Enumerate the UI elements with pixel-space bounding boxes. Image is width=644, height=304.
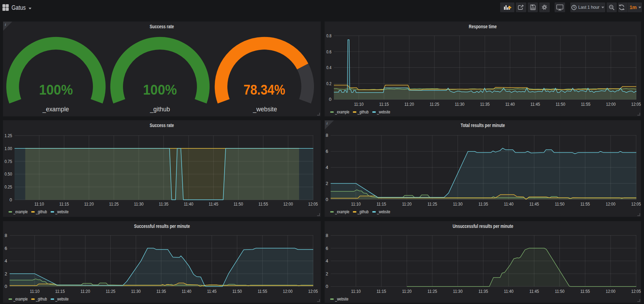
- svg-text:11:40: 11:40: [505, 102, 515, 107]
- svg-text:11:25: 11:25: [427, 201, 437, 207]
- svg-text:0.4: 0.4: [327, 65, 332, 70]
- svg-text:11:20: 11:20: [402, 201, 412, 207]
- svg-text:11:40: 11:40: [504, 289, 514, 294]
- svg-text:0: 0: [9, 197, 12, 202]
- svg-text:11:10: 11:10: [351, 289, 361, 294]
- svg-text:11:50: 11:50: [555, 201, 565, 207]
- svg-text:11:35: 11:35: [478, 289, 488, 294]
- svg-text:1.00: 1.00: [5, 146, 12, 151]
- svg-text:11:35: 11:35: [478, 201, 488, 207]
- svg-text:11:30: 11:30: [455, 102, 464, 107]
- svg-text:11:50: 11:50: [234, 201, 243, 207]
- svg-text:11:25: 11:25: [106, 289, 116, 294]
- svg-text:0: 0: [5, 284, 7, 289]
- svg-text:0.6: 0.6: [327, 49, 332, 54]
- svg-text:11:55: 11:55: [580, 201, 590, 207]
- svg-text:_website: _website: [55, 209, 69, 214]
- svg-text:0.50: 0.50: [5, 171, 12, 177]
- svg-text:4: 4: [5, 258, 7, 264]
- svg-text:4: 4: [326, 258, 328, 264]
- svg-text:12:05: 12:05: [631, 102, 641, 107]
- svg-text:2: 2: [326, 181, 328, 186]
- svg-text:11:30: 11:30: [134, 201, 144, 207]
- svg-text:_website: _website: [335, 297, 349, 302]
- svg-text:11:15: 11:15: [55, 289, 65, 294]
- svg-text:12:05: 12:05: [631, 289, 641, 294]
- svg-text:11:25: 11:25: [109, 201, 119, 207]
- svg-text:11:45: 11:45: [529, 289, 539, 294]
- svg-text:11:45: 11:45: [530, 102, 540, 107]
- svg-text:0: 0: [329, 97, 331, 102]
- svg-text:11:15: 11:15: [379, 102, 389, 107]
- svg-text:11:10: 11:10: [354, 102, 364, 107]
- svg-text:11:20: 11:20: [402, 289, 412, 294]
- svg-text:11:50: 11:50: [232, 289, 242, 294]
- svg-text:0: 0: [326, 197, 328, 202]
- svg-text:_github: _github: [149, 106, 170, 113]
- svg-text:4: 4: [326, 165, 328, 170]
- svg-text:_website: _website: [253, 106, 277, 113]
- svg-text:_example: _example: [335, 110, 350, 114]
- svg-text:_github: _github: [36, 297, 47, 302]
- svg-text:_github: _github: [357, 110, 369, 114]
- svg-text:11:10: 11:10: [30, 289, 39, 294]
- svg-text:11:45: 11:45: [529, 201, 539, 207]
- svg-text:6: 6: [5, 246, 7, 251]
- svg-text:11:15: 11:15: [59, 201, 69, 207]
- svg-text:11:10: 11:10: [351, 201, 361, 207]
- svg-text:6: 6: [326, 246, 328, 251]
- svg-text:2: 2: [326, 271, 328, 276]
- svg-text:_website: _website: [377, 209, 390, 214]
- svg-text:_example: _example: [13, 297, 28, 302]
- svg-text:_example: _example: [42, 106, 69, 113]
- svg-text:11:40: 11:40: [182, 289, 191, 294]
- svg-text:_website: _website: [55, 297, 69, 302]
- svg-text:11:25: 11:25: [427, 289, 437, 294]
- svg-text:8: 8: [326, 133, 328, 138]
- svg-text:11:40: 11:40: [504, 201, 514, 207]
- svg-text:11:55: 11:55: [580, 289, 590, 294]
- svg-text:_github: _github: [357, 209, 369, 214]
- svg-text:0.8: 0.8: [327, 33, 332, 38]
- svg-text:12:00: 12:00: [283, 289, 293, 294]
- svg-text:11:30: 11:30: [453, 201, 463, 207]
- svg-text:11:40: 11:40: [184, 201, 193, 207]
- svg-text:0: 0: [326, 284, 328, 289]
- svg-text:11:35: 11:35: [480, 102, 490, 107]
- svg-text:12:00: 12:00: [283, 201, 293, 207]
- svg-text:12:05: 12:05: [308, 289, 318, 294]
- svg-text:_github: _github: [36, 209, 47, 214]
- svg-text:8: 8: [326, 233, 328, 238]
- svg-text:100%: 100%: [39, 82, 73, 98]
- svg-text:11:35: 11:35: [159, 201, 169, 207]
- svg-text:11:15: 11:15: [376, 289, 386, 294]
- svg-text:12:00: 12:00: [606, 102, 616, 107]
- svg-text:11:30: 11:30: [453, 289, 463, 294]
- svg-text:78.34%: 78.34%: [243, 82, 285, 98]
- svg-text:11:55: 11:55: [581, 102, 591, 107]
- svg-text:0.25: 0.25: [5, 184, 12, 190]
- svg-text:11:45: 11:45: [208, 201, 218, 207]
- svg-text:11:45: 11:45: [207, 289, 217, 294]
- svg-text:12:00: 12:00: [606, 201, 616, 207]
- svg-text:12:05: 12:05: [631, 201, 641, 207]
- svg-text:_website: _website: [377, 110, 390, 114]
- svg-text:11:25: 11:25: [430, 102, 439, 107]
- svg-text:11:50: 11:50: [555, 289, 565, 294]
- svg-text:2: 2: [5, 271, 7, 276]
- svg-text:8: 8: [5, 233, 7, 238]
- svg-text:1.25: 1.25: [5, 133, 12, 138]
- svg-text:_example: _example: [335, 209, 350, 214]
- svg-text:12:00: 12:00: [606, 289, 616, 294]
- svg-text:11:35: 11:35: [156, 289, 166, 294]
- svg-text:11:20: 11:20: [404, 102, 414, 107]
- svg-text:11:50: 11:50: [556, 102, 565, 107]
- svg-text:11:20: 11:20: [84, 201, 94, 207]
- svg-text:11:30: 11:30: [131, 289, 141, 294]
- svg-text:11:55: 11:55: [258, 201, 268, 207]
- svg-text:100%: 100%: [143, 82, 177, 98]
- svg-text:0.2: 0.2: [327, 81, 332, 86]
- svg-text:11:20: 11:20: [80, 289, 90, 294]
- svg-text:11:55: 11:55: [258, 289, 268, 294]
- svg-text:11:15: 11:15: [376, 201, 386, 207]
